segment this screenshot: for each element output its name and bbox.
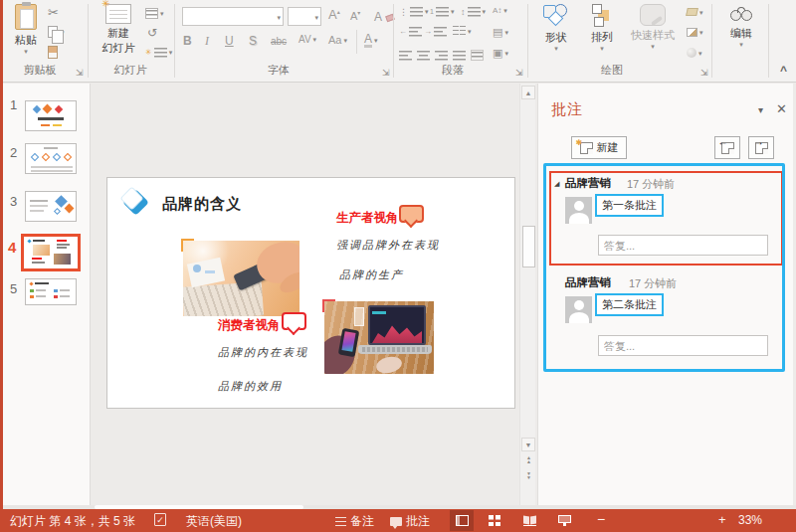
new-comment-label: 新建 bbox=[597, 140, 619, 155]
decrease-indent-button[interactable]: ← bbox=[399, 26, 422, 37]
chevron-down-icon: ▾ bbox=[699, 29, 703, 36]
comments-pane-title: 批注 bbox=[551, 100, 583, 119]
previous-comment-button[interactable]: ← bbox=[714, 136, 740, 159]
next-comment-button[interactable]: → bbox=[748, 136, 774, 159]
slide-thumbnail-1[interactable] bbox=[25, 100, 77, 131]
photo-laptop-charts[interactable] bbox=[324, 301, 434, 374]
chevron-down-icon: ▾ bbox=[698, 50, 702, 57]
format-painter-button[interactable] bbox=[48, 45, 58, 63]
scroll-up-button[interactable]: ▲ bbox=[521, 86, 535, 99]
slide-title[interactable]: 品牌的含义 bbox=[162, 195, 242, 214]
underline-button[interactable]: U bbox=[225, 34, 234, 48]
producer-line2[interactable]: 品牌的生产 bbox=[339, 267, 404, 282]
producer-line1[interactable]: 强调品牌外在表现 bbox=[336, 238, 440, 253]
arrange-button[interactable]: 排列 ▾ bbox=[581, 4, 623, 64]
slide-layout-button[interactable]: ▾ bbox=[145, 8, 164, 19]
photo-hand-with-phone[interactable] bbox=[183, 241, 299, 316]
increase-indent-button[interactable]: → bbox=[424, 26, 447, 37]
font-color-button[interactable]: A ▾ bbox=[364, 33, 378, 48]
bullets-button[interactable]: ⋮▾ bbox=[399, 6, 429, 17]
slide-thumbnail-5[interactable] bbox=[25, 278, 77, 305]
consumer-line2[interactable]: 品牌的效用 bbox=[218, 379, 283, 394]
quick-styles-button[interactable]: 快速样式 ▾ bbox=[625, 4, 681, 64]
decrease-font-size-button[interactable]: A▾ bbox=[350, 9, 360, 22]
shapes-button[interactable]: 形状 ▾ bbox=[535, 4, 577, 64]
new-slide-button[interactable]: 新建 幻灯片 bbox=[95, 4, 142, 62]
reading-view-button[interactable] bbox=[517, 510, 541, 531]
character-spacing-button[interactable]: AV ▾ bbox=[298, 34, 316, 45]
format-painter-icon bbox=[48, 46, 58, 59]
slide-thumbnail-3[interactable] bbox=[25, 191, 77, 222]
increase-font-size-button[interactable]: A▴ bbox=[328, 7, 340, 22]
previous-slide-button[interactable]: ▲▲ bbox=[522, 455, 535, 468]
font-dialog-launcher[interactable]: ⇲ bbox=[382, 68, 390, 78]
zoom-percentage[interactable]: 33% bbox=[738, 513, 762, 527]
bold-button[interactable]: B bbox=[183, 34, 192, 48]
close-pane-button[interactable]: ✕ bbox=[776, 101, 787, 116]
columns-button[interactable]: ▾ bbox=[453, 26, 472, 37]
new-comment-button[interactable]: ✱ 新建 bbox=[571, 136, 627, 159]
slide-thumbnail-4[interactable] bbox=[21, 234, 81, 271]
section-button[interactable]: ✳ ▾ bbox=[145, 47, 172, 58]
clear-formatting-button[interactable]: A bbox=[374, 7, 394, 25]
cut-button[interactable]: ✂ bbox=[48, 6, 59, 19]
paragraph-dialog-launcher[interactable]: ⇲ bbox=[515, 68, 523, 78]
producer-heading[interactable]: 生产者视角 bbox=[336, 210, 399, 227]
slide-sorter-view-button[interactable] bbox=[483, 510, 506, 531]
clipboard-dialog-launcher[interactable]: ⇲ bbox=[76, 68, 84, 78]
consumer-heading[interactable]: 消费者视角 bbox=[218, 317, 281, 334]
chevron-down-icon: ▾ bbox=[374, 37, 378, 44]
align-text-button[interactable]: ▤▾ bbox=[493, 26, 508, 39]
normal-view-button[interactable] bbox=[450, 510, 474, 531]
slide-editing-area: 品牌的含义 生产者视角 强调品牌外在表现 品牌的生产 消费者视角 bbox=[92, 84, 519, 505]
font-name-combobox[interactable]: ▾ bbox=[182, 7, 284, 26]
italic-button[interactable]: I bbox=[205, 34, 209, 49]
producer-comment-bubble-icon[interactable] bbox=[399, 205, 424, 223]
slide-thumbnail-2[interactable] bbox=[25, 143, 77, 174]
text-direction-button[interactable]: A↕▾ bbox=[493, 6, 507, 15]
new-slide-label-line2: 幻灯片 bbox=[102, 41, 135, 56]
shape-fill-button[interactable]: ▾ bbox=[687, 8, 703, 16]
zoom-in-button[interactable]: + bbox=[718, 512, 726, 527]
numbering-button[interactable]: 1▾ bbox=[430, 6, 454, 17]
vertical-scrollbar[interactable]: ▲ ▼ ▲▲ ▼▼ bbox=[519, 84, 535, 505]
shape-effects-button[interactable]: ▾ bbox=[687, 48, 702, 58]
chevron-down-icon: ▾ bbox=[313, 36, 317, 43]
paste-button[interactable]: 粘贴 ▾ bbox=[8, 4, 44, 62]
chevron-down-icon: ▾ bbox=[277, 14, 281, 21]
reset-slide-button[interactable]: ↺ bbox=[147, 27, 157, 39]
shapes-icon bbox=[542, 4, 570, 28]
drawing-dialog-launcher[interactable]: ⇲ bbox=[700, 68, 708, 78]
next-slide-button[interactable]: ▼▼ bbox=[522, 471, 535, 484]
pane-options-button[interactable]: ▾ bbox=[758, 104, 763, 115]
copy-button[interactable]: ▾ bbox=[48, 26, 65, 38]
status-comment-button[interactable] bbox=[390, 515, 402, 529]
slideshow-view-button[interactable] bbox=[552, 510, 576, 531]
chevron-down-icon: ▾ bbox=[468, 28, 472, 35]
spellcheck-button[interactable]: ✓ bbox=[154, 512, 166, 526]
text-shadow-button[interactable]: S bbox=[249, 34, 257, 48]
status-language[interactable]: 英语(美国) bbox=[186, 513, 242, 530]
zoom-out-button[interactable]: − bbox=[597, 511, 605, 527]
shape-outline-button[interactable]: ▾ bbox=[687, 28, 703, 37]
notes-label[interactable]: 备注 bbox=[350, 513, 374, 530]
align-left-button[interactable] bbox=[399, 47, 412, 65]
paste-label: 粘贴 bbox=[15, 33, 37, 48]
comments-label[interactable]: 批注 bbox=[406, 513, 430, 530]
change-case-button[interactable]: Aa ▾ bbox=[328, 34, 347, 46]
consumer-comment-bubble-icon[interactable] bbox=[282, 312, 306, 330]
font-size-combobox[interactable]: ▾ bbox=[288, 7, 321, 26]
indent-icon: → bbox=[424, 27, 432, 36]
copy-icon bbox=[48, 26, 58, 38]
slide-canvas[interactable]: 品牌的含义 生产者视角 强调品牌外在表现 品牌的生产 消费者视角 bbox=[106, 177, 515, 409]
comment-bubble-icon bbox=[390, 517, 402, 526]
line-spacing-button[interactable]: ↕▾ bbox=[461, 6, 486, 17]
editing-button[interactable]: 编辑 ▾ bbox=[719, 6, 763, 62]
consumer-line1[interactable]: 品牌的内在表现 bbox=[218, 345, 308, 360]
smartart-button[interactable]: ▣▾ bbox=[493, 47, 508, 60]
strikethrough-button[interactable]: abc bbox=[271, 36, 287, 47]
notes-button[interactable] bbox=[335, 515, 346, 529]
scrollbar-thumb[interactable] bbox=[522, 226, 535, 267]
collapse-ribbon-button[interactable]: ^ bbox=[780, 64, 787, 78]
scroll-down-button[interactable]: ▼ bbox=[521, 438, 535, 451]
